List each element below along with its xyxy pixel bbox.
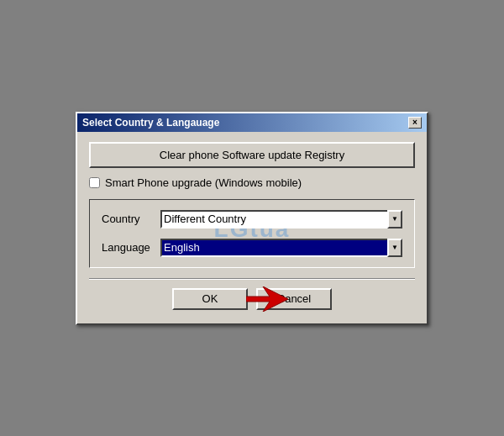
language-select-wrapper: English Spanish French German Italian ▼ [160, 239, 402, 257]
dialog-content: Clear phone Software update Registry Sma… [77, 132, 427, 323]
country-field-row: Country Different Country USA UK Germany… [102, 210, 402, 229]
button-row: OK Cancel [89, 288, 415, 313]
dialog-window: Select Country & Langauage × Clear phone… [76, 112, 428, 325]
language-field-row: Language English Spanish French German I… [102, 239, 402, 257]
checkbox-row: Smart Phone upgrade (Windows mobile) [89, 176, 415, 189]
dialog-title: Select Country & Langauage [82, 117, 219, 129]
ok-button[interactable]: OK [172, 288, 248, 310]
clear-registry-button[interactable]: Clear phone Software update Registry [89, 142, 415, 168]
separator [89, 278, 415, 280]
close-button[interactable]: × [408, 117, 422, 129]
svg-marker-0 [246, 286, 288, 312]
arrow-indicator [246, 286, 288, 312]
title-bar: Select Country & Langauage × [77, 113, 427, 132]
language-label: Language [102, 241, 160, 254]
country-label: Country [102, 213, 160, 225]
country-select-wrapper: Different Country USA UK Germany France … [160, 210, 402, 229]
smart-phone-label: Smart Phone upgrade (Windows mobile) [105, 176, 302, 189]
group-box: LGtua lg-firmwares.com Country Different… [89, 199, 415, 268]
language-select[interactable]: English Spanish French German Italian [160, 239, 402, 257]
ok-button-container: OK [172, 288, 248, 310]
smart-phone-checkbox[interactable] [89, 177, 100, 188]
country-select[interactable]: Different Country USA UK Germany France [160, 210, 402, 229]
